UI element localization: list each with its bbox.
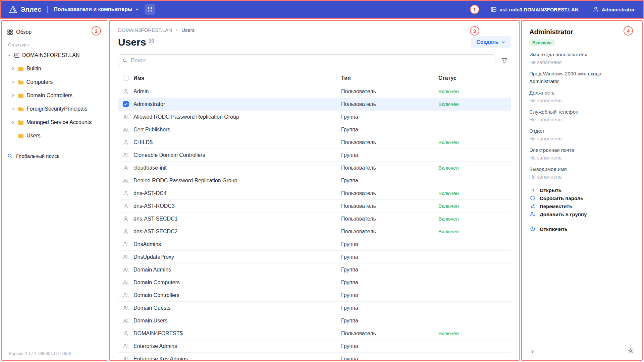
tree-item-label: Users (26, 133, 41, 139)
chevron-right-icon[interactable] (11, 80, 15, 84)
server-name: ast-rodc3.DOMAIN3FOREST.LAN (500, 7, 579, 12)
row-name: CHILD$ (133, 139, 341, 145)
field-label: Электронная почта (529, 147, 635, 153)
user-row-icon (123, 229, 129, 235)
create-button[interactable]: Создать (471, 36, 511, 48)
row-type: Группа (341, 292, 438, 298)
open-arrow-icon (530, 187, 536, 193)
breadcrumb-parent[interactable]: DOMAIN3FOREST.LAN (118, 27, 172, 33)
row-status: Включен (438, 216, 511, 222)
tree-item-label: ForeignSecurityPrincipals (26, 106, 87, 112)
details-action[interactable]: Открыть (529, 186, 635, 194)
account-menu[interactable]: Administrator (593, 6, 635, 12)
table-row[interactable]: cloudbase-init Пользователь Включен (118, 162, 511, 174)
select-all-checkbox[interactable] (123, 75, 129, 81)
details-action[interactable]: Переместить (529, 202, 635, 210)
chevron-down-icon[interactable] (7, 53, 11, 57)
table-row[interactable]: Enterprise Admins Группа (118, 340, 511, 353)
row-name: dns-AST-SECDC1 (133, 216, 341, 222)
chevron-right-icon[interactable] (11, 107, 15, 111)
table-row[interactable]: Domain Guests Группа (118, 302, 511, 314)
row-name: Administrator (133, 101, 341, 107)
table-row[interactable]: Denied RODC Password Replication Group Г… (118, 174, 511, 187)
search-input[interactable] (131, 58, 491, 64)
row-name: DOMAIN4FOREST$ (133, 330, 341, 337)
field-value: Не заполнено (529, 97, 635, 104)
tree-item[interactable]: Managed Service Accounts (7, 116, 102, 129)
apps-grid-icon (147, 7, 153, 12)
object-count: 30 (148, 38, 154, 44)
power-icon (530, 226, 536, 232)
table-row[interactable]: Cert Publishers Группа (118, 123, 511, 136)
table-row[interactable]: Administrator Пользователь Включен (118, 98, 511, 111)
table-row[interactable]: Enterprise Key Admins Группа (118, 353, 511, 361)
table-row[interactable]: DnsUpdateProxy Группа (118, 251, 511, 263)
filter-button[interactable] (498, 54, 511, 67)
row-type: Группа (341, 254, 438, 260)
row-name: Domain Controllers (133, 292, 341, 298)
reset-password-icon (530, 195, 536, 201)
table-row[interactable]: dns-AST-SECDC2 Пользователь Включен (118, 225, 511, 238)
table-row[interactable]: Domain Computers Группа (118, 276, 511, 289)
action-label: Переместить (540, 203, 572, 209)
table-row[interactable]: dns-AST-SECDC1 Пользователь Включен (118, 213, 511, 225)
module-switcher-button[interactable] (145, 4, 155, 15)
structure-label: Структура (8, 42, 102, 47)
topbar: Эллес Пользователи и компьютеры ast-rodc… (0, 0, 644, 19)
row-type: Группа (341, 356, 438, 361)
column-header-type[interactable]: Тип (341, 75, 438, 81)
action-label: Отключить (540, 226, 568, 232)
chevron-right-icon[interactable] (11, 94, 15, 98)
tree-item[interactable]: Domain Controllers (7, 89, 102, 102)
details-field: Служебный телефон Не заполнено (529, 109, 635, 123)
table-row[interactable]: Domain Admins Группа (118, 263, 511, 276)
annotation-circle-4: 4 (624, 26, 633, 36)
row-name: Cert Publishers (133, 127, 341, 133)
table-row[interactable]: Admin Пользователь Включен (118, 85, 511, 98)
column-header-name[interactable]: Имя (133, 75, 341, 81)
row-status: Включен (438, 88, 511, 94)
row-name: DnsUpdateProxy (133, 254, 341, 260)
tree-item[interactable]: Users (7, 129, 102, 142)
collapse-panel-button[interactable] (530, 349, 535, 355)
table-row[interactable]: DnsAdmins Группа (118, 238, 511, 251)
breadcrumb: DOMAIN3FOREST.LAN Users (118, 27, 511, 33)
details-action[interactable]: Сбросить пароль (529, 194, 635, 202)
group-row-icon (123, 305, 129, 311)
details-action[interactable]: Отключить (529, 225, 635, 233)
table-row[interactable]: Allowed RODC Password Replication Group … (118, 111, 511, 123)
tree-item[interactable]: Builtin (7, 62, 102, 75)
row-type: Пользователь (341, 139, 438, 145)
tree-item[interactable]: ForeignSecurityPrincipals (7, 102, 102, 116)
table-row[interactable]: dns-AST-DC4 Пользователь Включен (118, 187, 511, 200)
annotation-circle-1: 1 (470, 5, 479, 14)
section-switcher[interactable]: Пользователи и компьютеры (54, 6, 139, 12)
folder-icon (18, 80, 24, 85)
folder-icon (18, 93, 24, 98)
tree-item-label: Managed Service Accounts (26, 119, 92, 125)
column-header-status[interactable]: Статус (438, 75, 511, 81)
sidebar-item-global-search[interactable]: Глобальный поиск (7, 151, 102, 161)
row-checkbox-checked[interactable] (123, 101, 129, 107)
chevron-right-icon[interactable] (11, 67, 15, 71)
tree-item[interactable]: Computers (7, 75, 102, 89)
table-row[interactable]: CHILD$ Пользователь Включен (118, 136, 511, 149)
table-row[interactable]: Domain Users Группа (118, 314, 511, 327)
user-row-icon (123, 203, 129, 209)
table-row[interactable]: Domain Controllers Группа (118, 289, 511, 302)
sidebar-item-overview[interactable]: Обзор (7, 27, 102, 37)
table-row[interactable]: dns-AST-RODC3 Пользователь Включен (118, 200, 511, 213)
chevron-right-icon[interactable] (11, 120, 15, 124)
row-name: Cloneable Domain Controllers (133, 152, 341, 158)
create-button-label: Создать (476, 39, 498, 45)
server-indicator[interactable]: ast-rodc3.DOMAIN3FOREST.LAN (491, 6, 579, 12)
tree-root-label: DOMAIN3FOREST.LAN (22, 52, 80, 58)
details-action[interactable]: Добавить в группу (529, 210, 635, 218)
user-row-icon (123, 165, 129, 171)
tree-root-domain[interactable]: DOMAIN3FOREST.LAN (7, 49, 102, 62)
table-row[interactable]: DOMAIN4FOREST$ Пользователь Включен (118, 327, 511, 340)
panel-settings-button[interactable] (627, 347, 634, 355)
tree-item-label: Builtin (26, 66, 41, 72)
app-logo[interactable]: Эллес (9, 5, 41, 13)
table-row[interactable]: Cloneable Domain Controllers Группа (118, 149, 511, 162)
